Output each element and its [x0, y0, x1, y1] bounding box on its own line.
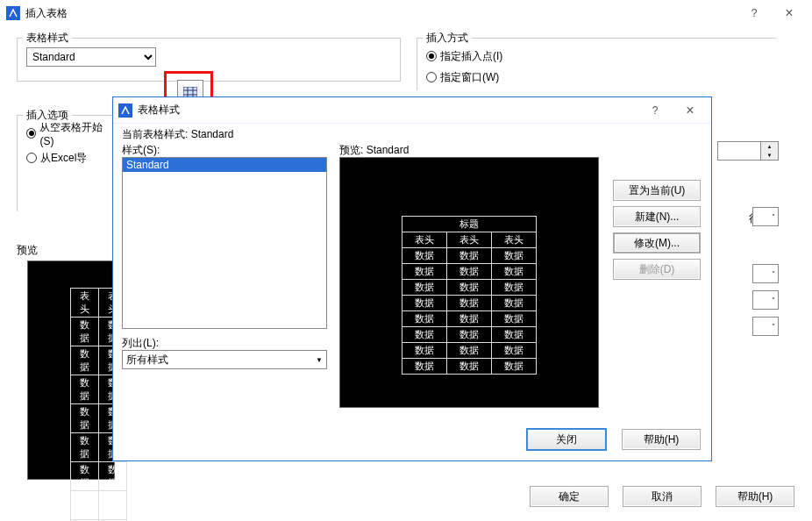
- radio-label: 指定窗口(W): [440, 70, 499, 85]
- modal-help-button[interactable]: ?: [637, 100, 673, 121]
- dropdown-d[interactable]: ˅: [752, 317, 779, 336]
- radio-from-excel[interactable]: 从Excel导: [26, 149, 113, 167]
- preview-data-cell: 数据: [492, 247, 537, 263]
- outer-preview-label: 预览: [17, 243, 38, 258]
- chevron-down-icon: ▼: [316, 356, 323, 364]
- modal-side-buttons: 置为当前(U) 新建(N)... 修改(M)... 删除(D): [613, 180, 701, 280]
- radio-icon: [26, 153, 37, 163]
- ok-button[interactable]: 确定: [530, 486, 609, 507]
- preview-data-cell: 数据: [71, 346, 99, 375]
- preview-data-cell: 数据: [447, 358, 492, 374]
- radio-icon: [26, 128, 36, 139]
- window-title: 插入表格: [25, 6, 737, 21]
- rows-input[interactable]: [718, 142, 760, 160]
- modal-bottom-buttons: 关闭 帮助(H): [527, 429, 701, 450]
- preview-title: 标题: [402, 216, 537, 232]
- radio-label: 从Excel导: [40, 151, 87, 166]
- preview-data-cell: 数据: [71, 433, 99, 462]
- modal-body: 当前表格样式: Standard 样式(S): Standard 列出(L): …: [113, 124, 711, 460]
- preview-data-cell: 数据: [492, 295, 537, 310]
- app-logo-icon: [6, 6, 20, 20]
- preview-data-cell: 数据: [99, 491, 127, 520]
- outer-preview-area: 表头表头数据数据数据数据数据数据数据数据数据数据数据数据数据数据数据数据数据数据: [27, 260, 115, 480]
- preview-data-cell: 数据: [492, 326, 537, 342]
- preview-header-cell: 表头: [402, 232, 447, 247]
- preview-data-cell: 数据: [402, 326, 447, 342]
- preview-data-cell: 数据: [71, 462, 99, 491]
- preview-data-cell: 数据: [447, 295, 492, 310]
- current-style-label: 当前表格样式: Standard: [122, 127, 233, 142]
- rows-spinner[interactable]: ▲▼: [717, 141, 779, 161]
- set-current-button[interactable]: 置为当前(U): [613, 180, 701, 201]
- preview-data-cell: 数据: [447, 247, 492, 263]
- preview-data-cell: 数据: [99, 462, 127, 491]
- preview-data-cell: 数据: [492, 358, 537, 374]
- listout-label: 列出(L):: [122, 336, 159, 351]
- cancel-button[interactable]: 取消: [623, 486, 702, 507]
- radio-icon: [426, 72, 437, 82]
- preview-header-cell: 表头: [492, 232, 537, 247]
- preview-data-cell: 数据: [492, 342, 537, 358]
- dropdown-b[interactable]: ˅: [752, 264, 779, 283]
- modify-style-button[interactable]: 修改(M)...: [613, 232, 701, 253]
- preview-data-cell: 数据: [402, 342, 447, 358]
- modal-preview-label: 预览: Standard: [339, 143, 409, 158]
- preview-data-cell: 数据: [71, 491, 99, 520]
- modal-preview-area: 标题表头表头表头数据数据数据数据数据数据数据数据数据数据数据数据数据数据数据数据…: [339, 157, 599, 408]
- listout-value: 所有样式: [126, 353, 168, 368]
- radio-insert-point[interactable]: 指定插入点(I): [426, 47, 767, 65]
- modal-close-btn[interactable]: 关闭: [527, 429, 606, 450]
- preview-data-cell: 数据: [402, 279, 447, 295]
- rows-spinner-row: ▲▼: [717, 141, 779, 161]
- preview-data-cell: 数据: [492, 263, 537, 279]
- outer-dialog-buttons: 确定 取消 帮助(H): [530, 486, 794, 507]
- modal-title: 表格样式: [138, 103, 637, 118]
- preview-data-cell: 数据: [447, 310, 492, 326]
- group-insert-mode-legend: 插入方式: [423, 31, 472, 46]
- new-style-button[interactable]: 新建(N)...: [613, 206, 701, 227]
- preview-data-cell: 数据: [402, 310, 447, 326]
- radio-label: 指定插入点(I): [440, 49, 502, 64]
- styles-listbox[interactable]: Standard: [122, 157, 327, 329]
- preview-data-cell: 数据: [492, 310, 537, 326]
- radio-label: 从空表格开始(S): [39, 120, 113, 147]
- preview-data-cell: 数据: [492, 279, 537, 295]
- preview-data-cell: 数据: [71, 318, 99, 346]
- radio-insert-window[interactable]: 指定窗口(W): [426, 68, 767, 86]
- preview-header-cell: 表头: [71, 289, 99, 318]
- modal-titlebar: 表格样式 ? ×: [113, 97, 711, 124]
- radio-from-blank[interactable]: 从空表格开始(S): [26, 125, 113, 142]
- titlebar: 插入表格 ? ×: [1, 1, 810, 25]
- delete-style-button: 删除(D): [613, 259, 701, 280]
- preview-data-cell: 数据: [71, 404, 99, 433]
- modal-help-btn[interactable]: 帮助(H): [622, 429, 701, 450]
- help-button[interactable]: 帮助(H): [716, 486, 794, 507]
- list-item[interactable]: Standard: [123, 158, 326, 172]
- group-insert-mode: 插入方式 指定插入点(I) 指定窗口(W): [417, 38, 776, 90]
- spinner-buttons[interactable]: ▲▼: [760, 142, 778, 160]
- preview-data-cell: 数据: [402, 247, 447, 263]
- preview-header-cell: 表头: [447, 232, 492, 247]
- modal-preview-table: 标题表头表头表头数据数据数据数据数据数据数据数据数据数据数据数据数据数据数据数据…: [402, 216, 537, 375]
- styles-label: 样式(S):: [122, 143, 160, 158]
- modal-close-button[interactable]: ×: [673, 100, 708, 121]
- style-select[interactable]: Standard: [26, 47, 156, 67]
- preview-data-cell: 数据: [71, 375, 99, 404]
- group-insert-options: 插入选项 从空表格开始(S) 从Excel导: [17, 115, 122, 211]
- preview-data-cell: 数据: [447, 326, 492, 342]
- preview-data-cell: 数据: [447, 279, 492, 295]
- preview-data-cell: 数据: [447, 263, 492, 279]
- close-button[interactable]: ×: [772, 3, 807, 24]
- preview-data-cell: 数据: [402, 358, 447, 374]
- dropdown-a[interactable]: ˅: [752, 207, 779, 226]
- preview-data-cell: 数据: [447, 342, 492, 358]
- table-style-dialog: 表格样式 ? × 当前表格样式: Standard 样式(S): Standar…: [112, 96, 712, 461]
- dropdown-c[interactable]: ˅: [752, 290, 779, 310]
- preview-data-cell: 数据: [402, 295, 447, 310]
- listout-dropdown[interactable]: 所有样式 ▼: [122, 350, 327, 369]
- group-insert-options-legend: 插入选项: [23, 108, 72, 123]
- preview-data-cell: 数据: [402, 263, 447, 279]
- group-table-style-legend: 表格样式: [23, 31, 72, 46]
- app-logo-icon: [118, 103, 132, 118]
- help-button[interactable]: ?: [737, 3, 772, 24]
